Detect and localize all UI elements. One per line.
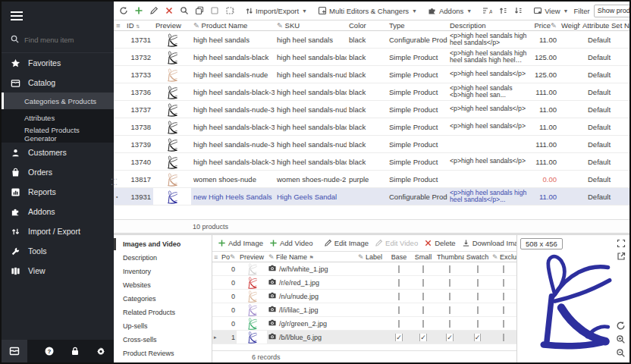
sidebar-item-addons[interactable]: Addons bbox=[2, 202, 114, 221]
sidebar-item-related-products-generator[interactable]: Related Products Generator bbox=[2, 126, 114, 143]
checkbox-small[interactable] bbox=[422, 293, 424, 300]
sort-az-button[interactable]: A bbox=[480, 5, 494, 17]
checkbox-swatch[interactable] bbox=[477, 279, 479, 287]
checkbox-exclude[interactable] bbox=[503, 320, 504, 328]
checkbox-swatch[interactable] bbox=[477, 306, 479, 314]
checkbox-base[interactable] bbox=[398, 265, 400, 273]
add-video-button[interactable]: Add Video bbox=[267, 237, 316, 249]
sort-desc-button[interactable] bbox=[511, 5, 525, 17]
checkbox-swatch[interactable] bbox=[477, 293, 479, 300]
image-size-box[interactable]: 508 x 456 bbox=[520, 238, 563, 249]
zoom-out-icon[interactable] bbox=[616, 348, 626, 359]
product-row-13731[interactable]: 13731 high heel sandalshigh heel sandals… bbox=[114, 31, 629, 49]
checkbox-small[interactable] bbox=[422, 320, 424, 328]
addons-dropdown[interactable]: Addons▼ bbox=[425, 5, 474, 17]
checkbox-thumbnail[interactable] bbox=[449, 306, 450, 314]
open-external-icon[interactable] bbox=[617, 252, 626, 262]
sidebar-item-tools[interactable]: Tools bbox=[2, 241, 114, 261]
checkbox-base[interactable] bbox=[398, 293, 400, 300]
zoom-in-icon[interactable] bbox=[616, 334, 626, 346]
products-grid-header[interactable]: ≡ ID ⇅ Preview ✎ Product Name ✎ SKU Colo… bbox=[114, 20, 629, 31]
sidebar-search[interactable] bbox=[2, 29, 114, 53]
select-button[interactable] bbox=[208, 5, 221, 17]
menu-search-input[interactable] bbox=[24, 36, 100, 44]
checkbox-small[interactable] bbox=[422, 279, 424, 287]
checkbox-exclude[interactable] bbox=[503, 279, 504, 287]
sidebar-item-favorites[interactable]: Favorites bbox=[2, 53, 114, 73]
multi-editors-dropdown[interactable]: Multi Editors & Changers▼ bbox=[316, 5, 419, 17]
row-selector[interactable]: • bbox=[114, 194, 124, 199]
add-image-button[interactable]: Add Image bbox=[215, 237, 265, 249]
checkbox-small[interactable] bbox=[422, 265, 424, 273]
image-row-2[interactable]: 0 /n/u/nude.jpg bbox=[212, 290, 516, 303]
view-dropdown[interactable]: View▼ bbox=[531, 5, 570, 17]
edit-image-button[interactable]: Edit Image bbox=[322, 237, 371, 249]
lock-icon[interactable] bbox=[62, 340, 88, 362]
image-row-4[interactable]: 0 /g/r/green_2.jpg bbox=[212, 317, 516, 331]
help-icon[interactable]: ? bbox=[36, 340, 62, 362]
tab-product-reviews[interactable]: Product Reviews bbox=[114, 347, 212, 360]
sidebar-item-customers[interactable]: Customers bbox=[2, 143, 114, 162]
import-export-dropdown[interactable]: Import/Export▼ bbox=[243, 5, 309, 17]
sidebar-item-reports[interactable]: Reports bbox=[2, 182, 114, 202]
tab-cross-sells[interactable]: Cross-sells bbox=[114, 333, 212, 347]
product-row-13739[interactable]: 13739 high heel sandals-nude-37high heel… bbox=[114, 136, 629, 153]
add-product-button[interactable] bbox=[132, 5, 146, 17]
product-row-13732[interactable]: 13732 high heel sandals-blackhigh heel s… bbox=[114, 49, 629, 66]
delete-image-button[interactable]: Delete bbox=[422, 237, 457, 249]
checkbox-exclude[interactable] bbox=[503, 293, 504, 300]
search-button[interactable] bbox=[177, 5, 191, 17]
fullscreen-icon[interactable] bbox=[617, 239, 626, 249]
delete-product-button[interactable] bbox=[162, 5, 176, 17]
checkbox-base[interactable] bbox=[398, 279, 400, 287]
rotate-icon[interactable] bbox=[616, 321, 626, 332]
sidebar-item-view[interactable]: View bbox=[2, 261, 114, 281]
checkbox-thumbnail[interactable]: ✓ bbox=[446, 334, 454, 341]
tab-inventory[interactable]: Inventory bbox=[114, 265, 212, 278]
sidebar-item-orders[interactable]: Orders bbox=[2, 162, 114, 182]
edit-video-button[interactable]: Edit Video bbox=[372, 237, 420, 249]
images-grid-header[interactable]: ≡ Po✎ Preview ✎ File Name ⚑ ✎ Label Base… bbox=[212, 252, 516, 262]
image-row-0[interactable]: 0 /w/h/white_1.jpg bbox=[212, 262, 516, 276]
checkbox-swatch[interactable] bbox=[477, 320, 479, 328]
tab-images-and-video[interactable]: Images and Video bbox=[114, 237, 212, 251]
checkbox-swatch[interactable]: ✓ bbox=[474, 334, 482, 341]
copy-button[interactable] bbox=[193, 5, 206, 17]
splitter-handle[interactable]: ⋮⋮ bbox=[113, 176, 115, 187]
sort-asc-button[interactable] bbox=[496, 5, 510, 17]
product-row-13817[interactable]: 13817 women shoes-nudewomen shoes-nude-2… bbox=[114, 171, 629, 188]
sidebar-item-import-export[interactable]: Import / Export bbox=[2, 221, 114, 241]
product-row-13738[interactable]: 13738 high heel sandals-black-37high hee… bbox=[114, 118, 629, 136]
product-row-13737[interactable]: 13737 high heel sandals-nude-36high heel… bbox=[114, 101, 629, 118]
checkbox-base[interactable] bbox=[398, 320, 400, 328]
checkbox-small[interactable] bbox=[422, 306, 424, 314]
refresh-button[interactable] bbox=[117, 5, 130, 17]
checkbox-thumbnail[interactable] bbox=[449, 293, 450, 300]
tab-up-sells[interactable]: Up-sells bbox=[114, 319, 212, 333]
edit-product-button[interactable] bbox=[147, 5, 161, 17]
row-selector[interactable]: ▸ bbox=[212, 334, 220, 340]
hamburger-menu-icon[interactable] bbox=[2, 2, 114, 29]
checkbox-thumbnail[interactable] bbox=[449, 265, 450, 273]
product-row-13736[interactable]: 13736 high heel sandals-black-36high hee… bbox=[114, 83, 629, 101]
product-row-13740[interactable]: 13740 high heel sandals-black-38high hee… bbox=[114, 153, 629, 171]
tab-categories[interactable]: Categories bbox=[114, 292, 212, 306]
store-icon[interactable] bbox=[2, 340, 27, 362]
paste-button[interactable] bbox=[223, 5, 237, 17]
download-image-button[interactable]: Download Image bbox=[460, 237, 516, 249]
checkbox-swatch[interactable] bbox=[477, 265, 479, 273]
checkbox-exclude[interactable] bbox=[503, 306, 504, 314]
image-row-5[interactable]: ▸1 /b/l/blue_6.jpg✓✓✓✓ bbox=[212, 331, 516, 344]
checkbox-base[interactable]: ✓ bbox=[395, 334, 403, 341]
product-row-13733[interactable]: 13733 high heel sandals-nudehigh heel sa… bbox=[114, 66, 629, 83]
product-row-13931[interactable]: •13931 new High Heels SandalsHigh Geels … bbox=[114, 188, 629, 206]
tab-description[interactable]: Description bbox=[114, 251, 212, 265]
category-filter-select[interactable]: Show products from selected categories▼ bbox=[594, 5, 631, 17]
checkbox-exclude[interactable] bbox=[503, 334, 504, 341]
checkbox-small[interactable]: ✓ bbox=[419, 334, 427, 341]
image-row-1[interactable]: 0 /r/e/red_1.jpg bbox=[212, 276, 516, 290]
checkbox-exclude[interactable] bbox=[503, 265, 504, 273]
tab-websites[interactable]: Websites bbox=[114, 278, 212, 292]
sidebar-item-catalog[interactable]: Catalog bbox=[2, 73, 114, 93]
sidebar-item-attributes[interactable]: Attributes bbox=[2, 109, 114, 126]
